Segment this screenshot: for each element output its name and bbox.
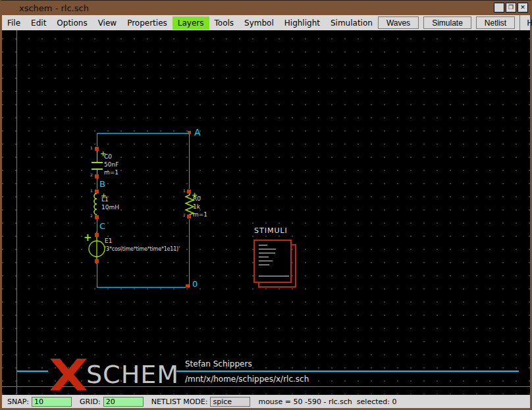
waves-button[interactable]: Waves <box>378 16 419 29</box>
inductor-ref: L1 <box>101 195 119 203</box>
stimuli-text-line <box>259 276 289 276</box>
stimuli-text-line <box>259 245 267 245</box>
vsource-value: '3*cos(time*time*time*1e11)' <box>105 245 180 253</box>
inductor-labels: L1 10mH <box>101 195 119 211</box>
net-label-c[interactable]: C <box>99 222 105 230</box>
stimuli-text-line <box>259 261 273 261</box>
inductor-pin2-number: 2 <box>90 214 93 218</box>
menu-highlight[interactable]: Highlight <box>279 16 325 30</box>
grid-input[interactable]: 20 <box>103 397 144 407</box>
sheet-frame-vertical <box>16 30 17 394</box>
junction-pin-gnd <box>186 284 189 288</box>
close-button[interactable]: ✕ <box>518 3 528 13</box>
stimuli-text-line <box>259 253 275 253</box>
menu-bar: File Edit Options View Properties Layers… <box>2 15 530 30</box>
resistor-value: 1k <box>193 203 207 211</box>
menu-file[interactable]: File <box>2 16 26 30</box>
snap-label: SNAP: <box>7 397 29 406</box>
inductor-pin1-number: 1 <box>90 189 93 193</box>
xschem-logo-x-icon <box>49 359 88 390</box>
menu-help[interactable]: Help <box>519 15 532 30</box>
menu-view[interactable]: View <box>93 16 122 30</box>
schematic-canvas[interactable]: A 1 2 + C0 50nF m=1 B 1 2 + L1 10mH <box>2 30 530 394</box>
netlist-mode-label: NETLIST MODE: <box>151 397 208 406</box>
author-name: Stefan Schippers <box>185 359 252 369</box>
menu-options[interactable]: Options <box>51 16 92 30</box>
net-label-gnd[interactable]: 0 <box>192 280 198 288</box>
minimize-button[interactable]: _ <box>494 3 504 13</box>
resistor-pin-top[interactable] <box>187 190 191 193</box>
menu-symbol[interactable]: Symbol <box>239 16 279 30</box>
xschem-logo-text: SCHEM <box>86 359 179 390</box>
capacitor-pin-top[interactable] <box>95 147 99 151</box>
wire-top[interactable] <box>97 133 190 134</box>
net-label-a[interactable]: A <box>194 128 201 137</box>
credit-line-left <box>16 371 48 372</box>
window-controls: _ ❐ ✕ <box>494 3 528 13</box>
xschem-window: xschem - rlc.sch _ ❐ ✕ File Edit Options… <box>0 0 532 410</box>
vsource-plus-sign: + <box>84 233 92 243</box>
junction-pin-a <box>188 131 191 134</box>
resistor-ref: R0 <box>193 195 207 203</box>
net-label-b[interactable]: B <box>99 180 105 188</box>
grid-label: GRID: <box>80 397 101 406</box>
capacitor-stub-top <box>97 151 97 162</box>
capacitor-pin2-number: 2 <box>90 173 93 177</box>
resistor-pin-bottom[interactable] <box>187 215 191 218</box>
capacitor-mult: m=1 <box>104 168 119 176</box>
capacitor-pin1-number: 1 <box>90 146 93 150</box>
capacitor-ref: C0 <box>104 153 119 161</box>
maximize-button[interactable]: ❐ <box>506 3 516 13</box>
resistor-labels: R0 1k m=1 <box>193 195 207 218</box>
stimuli-label: STIMULI <box>254 227 288 234</box>
wire-bottom[interactable] <box>97 287 190 288</box>
simulate-button[interactable]: Simulate <box>423 16 471 29</box>
netlist-mode-input[interactable]: spice <box>210 397 250 407</box>
capacitor-value: 50nF <box>104 161 119 168</box>
resistor-pin2-number: 2 <box>183 213 186 217</box>
menu-simulation[interactable]: Simulation <box>325 16 378 30</box>
toolbar-buttons: Waves Simulate Netlist Help <box>378 15 532 30</box>
menu-layers[interactable]: Layers <box>173 16 209 30</box>
netlist-button[interactable]: Netlist <box>476 16 515 29</box>
stimuli-doc-front[interactable] <box>253 240 292 283</box>
mouse-status-text: mouse = 50 -590 - rlc.sch selected: 0 <box>258 397 396 406</box>
capacitor-labels: C0 50nF m=1 <box>104 153 119 176</box>
inductor-pin-bottom[interactable] <box>95 215 99 219</box>
resistor-pin1-number: 1 <box>183 189 186 193</box>
menu-properties[interactable]: Properties <box>122 16 173 30</box>
capacitor-pin-bottom[interactable] <box>95 174 99 178</box>
inductor-pin-top[interactable] <box>95 190 99 193</box>
capacitor-plate-top[interactable] <box>92 162 103 163</box>
menu-edit[interactable]: Edit <box>26 16 51 30</box>
credit-line-right <box>176 371 519 372</box>
status-bar: SNAP: 10 GRID: 20 NETLIST MODE: spice mo… <box>2 394 530 408</box>
stimuli-text-line <box>259 249 276 249</box>
snap-input[interactable]: 10 <box>32 397 72 407</box>
window-title: xschem - rlc.sch <box>19 3 89 13</box>
stimuli-text-line <box>259 265 269 265</box>
title-bar[interactable]: xschem - rlc.sch _ ❐ ✕ <box>2 1 530 15</box>
vsource-pin-bottom[interactable] <box>95 259 99 263</box>
menu-tools[interactable]: Tools <box>209 16 240 30</box>
resistor-mult: m=1 <box>193 211 207 218</box>
vsource-ref: E1 <box>105 237 180 245</box>
vsource-labels: E1 '3*cos(time*time*time*1e11)' <box>105 237 180 253</box>
vsource-pin-top[interactable] <box>95 233 99 237</box>
stimuli-text-line <box>259 257 269 257</box>
inductor-value: 10mH <box>101 203 119 211</box>
file-path: /mnt/x/home/schippes/x/rlc.sch <box>185 374 309 384</box>
